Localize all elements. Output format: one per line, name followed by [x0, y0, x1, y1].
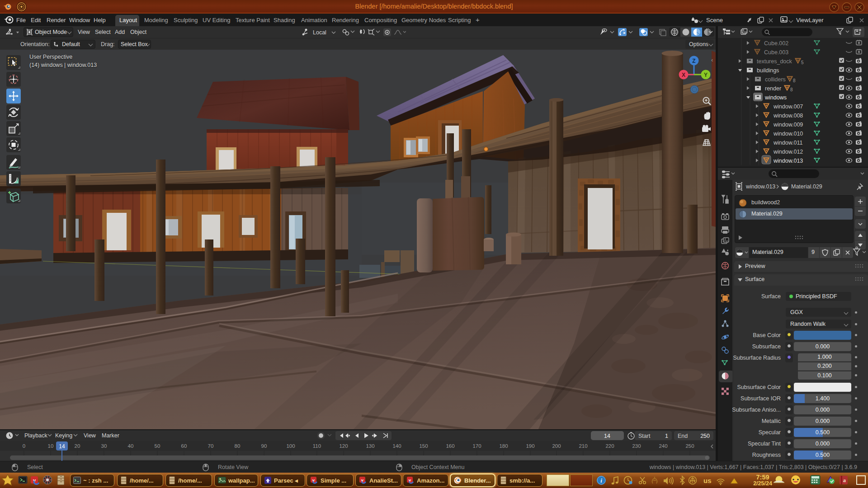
svg-text:14: 14: [59, 443, 65, 450]
svg-text:90: 90: [261, 443, 267, 449]
svg-text:20: 20: [75, 443, 80, 449]
svg-text:250: 250: [700, 433, 710, 439]
svg-text:180: 180: [499, 443, 508, 449]
svg-text:110: 110: [313, 443, 321, 449]
svg-text:Y: Y: [704, 72, 708, 78]
svg-text:130: 130: [366, 443, 374, 449]
svg-text:Playback: Playback: [24, 432, 47, 439]
svg-text:Cube.003: Cube.003: [764, 49, 788, 56]
svg-text:70: 70: [208, 443, 214, 449]
svg-text:240: 240: [659, 443, 667, 449]
svg-text:window.013: window.013: [745, 183, 775, 190]
svg-text:View: View: [84, 432, 96, 439]
svg-text:60: 60: [181, 443, 187, 449]
svg-text:window.012: window.012: [773, 149, 803, 155]
svg-text:window.008: window.008: [773, 113, 803, 119]
svg-text:Material.029: Material.029: [791, 183, 822, 190]
svg-text:30: 30: [101, 443, 107, 449]
svg-text:window.007: window.007: [773, 103, 803, 110]
svg-text:X: X: [682, 72, 685, 78]
svg-text:200: 200: [552, 443, 561, 449]
svg-text:5: 5: [801, 60, 804, 65]
svg-text:10: 10: [48, 443, 54, 449]
svg-text:8: 8: [793, 78, 796, 83]
svg-text:150: 150: [419, 443, 428, 449]
svg-text:window.013: window.013: [773, 158, 803, 164]
svg-text:End: End: [678, 433, 688, 439]
svg-text:Marker: Marker: [102, 432, 119, 439]
svg-text:buildings: buildings: [757, 67, 779, 74]
svg-text:textures_dock: textures_dock: [757, 58, 793, 65]
svg-text:i: i: [600, 477, 602, 484]
svg-text:window.009: window.009: [773, 122, 803, 128]
svg-text:40: 40: [128, 443, 134, 449]
svg-text:140: 140: [392, 443, 401, 449]
svg-text:8: 8: [790, 87, 793, 92]
svg-text:Keying: Keying: [55, 432, 72, 439]
svg-text:210: 210: [579, 443, 587, 449]
svg-text:window.010: window.010: [773, 131, 803, 137]
svg-text:100: 100: [286, 443, 295, 449]
svg-text:Cube.002: Cube.002: [764, 40, 788, 47]
svg-text:windows: windows: [764, 94, 787, 101]
svg-text:us: us: [703, 477, 712, 484]
svg-text:render: render: [765, 85, 781, 92]
svg-text:1: 1: [665, 433, 668, 439]
svg-text:80: 80: [235, 443, 241, 449]
svg-text:220: 220: [605, 443, 614, 449]
svg-text:a: a: [843, 477, 846, 483]
svg-text:Z: Z: [692, 58, 695, 64]
svg-text:250: 250: [685, 443, 694, 449]
svg-text:14: 14: [604, 433, 610, 439]
svg-text:0: 0: [23, 443, 25, 449]
svg-text:160: 160: [446, 443, 454, 449]
svg-text:190: 190: [526, 443, 534, 449]
svg-text:Start: Start: [638, 433, 651, 439]
svg-text:window.011: window.011: [773, 140, 802, 146]
svg-text:50: 50: [155, 443, 160, 449]
svg-text:Local: Local: [313, 29, 326, 36]
svg-text:120: 120: [339, 443, 348, 449]
svg-text:170: 170: [472, 443, 481, 449]
svg-text:230: 230: [632, 443, 641, 449]
svg-text:colliders: colliders: [765, 76, 786, 83]
